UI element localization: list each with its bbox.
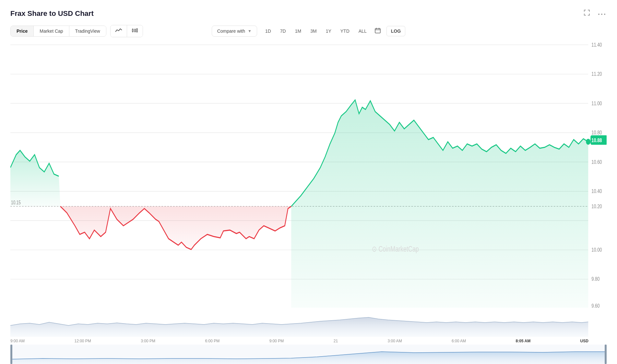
svg-text:10.60: 10.60 bbox=[591, 159, 602, 165]
x-label-21: 21 bbox=[334, 339, 338, 343]
x-label-6pm: 6:00 PM bbox=[205, 339, 220, 343]
time-1y[interactable]: 1Y bbox=[322, 26, 336, 36]
x-axis-labels: 9:00 AM 12:00 PM 3:00 PM 6:00 PM 9:00 PM… bbox=[10, 337, 607, 343]
time-1m[interactable]: 1M bbox=[291, 26, 305, 36]
price-chart-svg: 11.40 11.20 11.00 10.80 10.60 10.40 10.2… bbox=[10, 40, 607, 308]
tab-market-cap[interactable]: Market Cap bbox=[34, 26, 69, 36]
header-icons bbox=[582, 8, 607, 19]
svg-rect-40 bbox=[10, 345, 12, 364]
calendar-button[interactable] bbox=[372, 25, 384, 37]
candle-chart-button[interactable] bbox=[127, 25, 143, 37]
x-label-9pm: 9:00 PM bbox=[269, 339, 284, 343]
chevron-down-icon: ▼ bbox=[248, 29, 252, 33]
time-ytd[interactable]: YTD bbox=[336, 26, 354, 36]
time-all[interactable]: ALL bbox=[354, 26, 371, 36]
volume-chart bbox=[10, 308, 607, 337]
time-1d[interactable]: 1D bbox=[261, 26, 275, 36]
tab-price[interactable]: Price bbox=[11, 26, 34, 36]
log-button[interactable]: LOG bbox=[386, 26, 405, 36]
svg-rect-3 bbox=[132, 29, 133, 32]
svg-point-2 bbox=[604, 14, 605, 15]
page-title: Frax Share to USD Chart bbox=[10, 9, 94, 18]
svg-point-1 bbox=[601, 14, 602, 15]
line-chart-button[interactable] bbox=[111, 25, 127, 37]
x-label-3pm: 3:00 PM bbox=[141, 339, 155, 343]
svg-text:10.80: 10.80 bbox=[591, 129, 602, 135]
compare-with-button[interactable]: Compare with ▼ bbox=[212, 26, 257, 37]
current-price-dot bbox=[586, 139, 590, 145]
x-label-805am: 8:05 AM bbox=[516, 339, 531, 343]
x-label-12pm: 12:00 PM bbox=[74, 339, 91, 343]
svg-text:9.80: 9.80 bbox=[591, 276, 599, 282]
svg-rect-41 bbox=[605, 345, 607, 364]
main-chart: 11.40 11.20 11.00 10.80 10.60 10.40 10.2… bbox=[10, 40, 607, 308]
svg-text:⊙ CoinMarketCap: ⊙ CoinMarketCap bbox=[372, 245, 419, 254]
time-period-group: 1D 7D 1M 3M 1Y YTD ALL LOG bbox=[261, 25, 405, 37]
compare-with-label: Compare with bbox=[217, 28, 245, 34]
svg-text:9.60: 9.60 bbox=[591, 302, 599, 308]
svg-text:11.40: 11.40 bbox=[591, 41, 602, 48]
x-label-3am: 3:00 AM bbox=[388, 339, 402, 343]
svg-text:11.20: 11.20 bbox=[591, 71, 602, 77]
svg-rect-12 bbox=[375, 28, 380, 33]
page-container: Frax Share to USD Chart bbox=[0, 0, 617, 364]
svg-rect-6 bbox=[135, 29, 136, 32]
toolbar: Price Market Cap TradingView bbox=[10, 25, 607, 37]
currency-label: USD bbox=[580, 339, 588, 343]
chart-tab-group: Price Market Cap TradingView bbox=[10, 26, 106, 37]
svg-text:10.40: 10.40 bbox=[591, 188, 602, 194]
time-3m[interactable]: 3M bbox=[306, 26, 321, 36]
svg-point-0 bbox=[598, 14, 599, 15]
chart-area: 11.40 11.20 11.00 10.80 10.60 10.40 10.2… bbox=[10, 40, 607, 364]
mini-overview-chart bbox=[10, 345, 607, 364]
expand-button[interactable] bbox=[582, 8, 592, 19]
time-7d[interactable]: 7D bbox=[276, 26, 290, 36]
svg-text:10.15: 10.15 bbox=[11, 199, 21, 205]
svg-text:10.00: 10.00 bbox=[591, 246, 602, 253]
x-label-9am: 9:00 AM bbox=[10, 339, 25, 343]
svg-text:10.88: 10.88 bbox=[591, 137, 602, 143]
tab-tradingview[interactable]: TradingView bbox=[69, 26, 106, 36]
more-options-button[interactable] bbox=[597, 9, 607, 18]
x-label-6am: 6:00 AM bbox=[452, 339, 466, 343]
svg-rect-9 bbox=[136, 29, 137, 32]
svg-text:11.00: 11.00 bbox=[591, 100, 602, 106]
svg-text:10.20: 10.20 bbox=[591, 203, 602, 209]
header-row: Frax Share to USD Chart bbox=[10, 8, 607, 19]
chart-type-group bbox=[110, 25, 143, 37]
